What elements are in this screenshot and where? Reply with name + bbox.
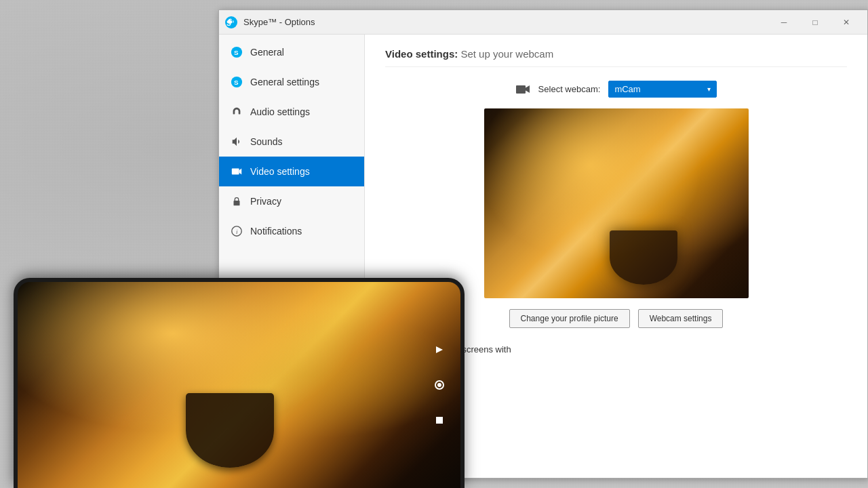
info-icon: i	[230, 224, 243, 238]
window-title: Skype™ - Options	[243, 17, 768, 27]
window-controls: ─ □ ✕	[768, 12, 862, 33]
svg-rect-10	[516, 85, 526, 94]
svg-rect-14	[436, 417, 443, 424]
webcam-selected-value: mCam	[614, 84, 640, 94]
sidebar-label-general: General	[250, 47, 284, 58]
camera-icon	[230, 165, 243, 178]
webcam-dropdown[interactable]: mCam ▾	[608, 81, 717, 98]
phone-camera-controls	[432, 342, 447, 428]
webcam-select-row: Select webcam: mCam ▾	[385, 81, 847, 98]
skype-small-icon: S	[230, 75, 243, 89]
close-button[interactable]: ✕	[831, 12, 862, 33]
sidebar-item-video-settings[interactable]: Video settings	[219, 157, 364, 186]
svg-rect-6	[232, 169, 239, 175]
camera-icon	[515, 84, 530, 95]
sidebar-label-audio-settings: Audio settings	[250, 106, 310, 117]
svg-text:i: i	[236, 228, 238, 235]
section-header-normal: Set up your webcam	[460, 48, 553, 60]
title-bar: S Skype™ - Options ─ □ ✕	[219, 10, 867, 35]
sidebar-item-general-settings[interactable]: S General settings	[219, 67, 364, 97]
phone-record-button[interactable]	[432, 342, 447, 357]
section-header-bold: Video settings:	[385, 48, 458, 60]
svg-text:S: S	[226, 20, 231, 27]
sidebar-label-sounds: Sounds	[250, 136, 282, 147]
maximize-button[interactable]: □	[800, 12, 831, 33]
svg-rect-7	[234, 201, 240, 205]
webcam-select-label: Select webcam:	[538, 84, 601, 94]
lock-icon	[230, 195, 243, 208]
headphone-icon	[230, 105, 243, 119]
svg-text:S: S	[234, 49, 239, 56]
webcam-settings-button[interactable]: Webcam settings	[638, 309, 724, 328]
phone-screen	[18, 282, 460, 488]
phone-capture-button[interactable]	[432, 378, 447, 392]
change-profile-picture-button[interactable]: Change your profile picture	[509, 309, 630, 328]
phone-body	[14, 278, 465, 488]
sidebar-label-privacy: Privacy	[250, 196, 281, 207]
svg-marker-11	[436, 346, 443, 353]
sidebar-label-notifications: Notifications	[250, 226, 302, 237]
svg-text:S: S	[234, 79, 239, 86]
video-preview	[484, 108, 749, 298]
sidebar-label-video-settings: Video settings	[250, 166, 310, 177]
sidebar-item-general[interactable]: S General	[219, 37, 364, 67]
sidebar-item-sounds[interactable]: Sounds	[219, 127, 364, 157]
chevron-down-icon: ▾	[707, 85, 711, 93]
skype-logo-icon: S	[224, 16, 238, 29]
speaker-icon	[230, 135, 243, 148]
sidebar-item-audio-settings[interactable]: Audio settings	[219, 97, 364, 127]
sidebar-item-notifications[interactable]: i Notifications	[219, 216, 364, 246]
svg-point-13	[437, 383, 441, 387]
minimize-button[interactable]: ─	[768, 12, 800, 33]
section-header: Video settings: Set up your webcam	[385, 48, 847, 67]
phone-overlay	[0, 264, 475, 488]
phone-stop-button[interactable]	[432, 413, 447, 428]
sidebar-label-general-settings: General settings	[250, 77, 319, 87]
skype-logo-icon: S	[230, 45, 243, 59]
sidebar-item-privacy[interactable]: Privacy	[219, 186, 364, 216]
